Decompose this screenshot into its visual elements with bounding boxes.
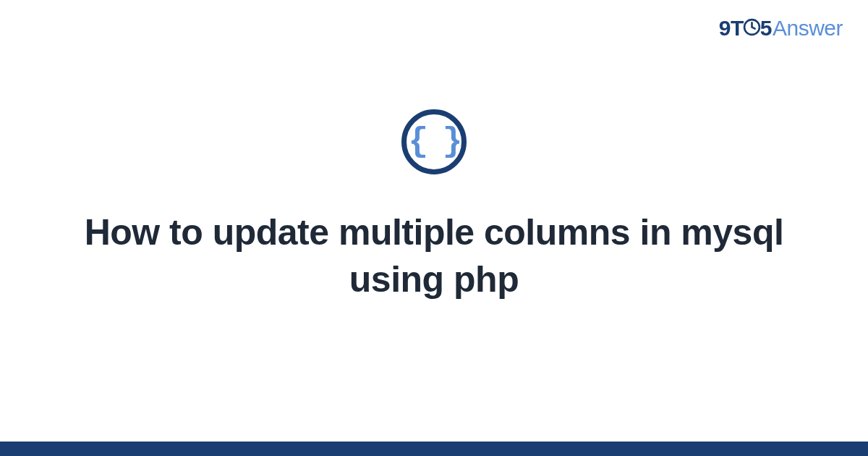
page-title: How to update multiple columns in mysql … [54,209,814,303]
code-braces-icon: { } [409,125,460,159]
main-content: { } How to update multiple columns in my… [0,0,868,442]
topic-icon-circle: { } [401,109,467,174]
footer-accent-bar [0,442,868,456]
